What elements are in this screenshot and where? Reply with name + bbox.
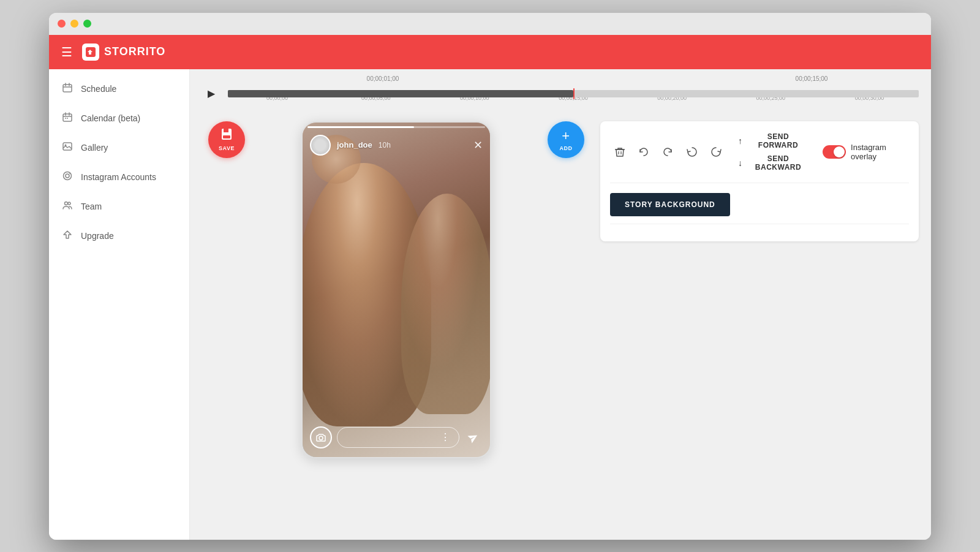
toolbar: ↑ SEND FORWARD ↓ SEND BACKWARD xyxy=(610,131,909,183)
team-icon xyxy=(61,200,74,213)
timeline-marker xyxy=(573,88,575,99)
sidebar-item-calendar[interactable]: Calendar (beta) xyxy=(49,104,189,133)
app-container: ☰ STORRITO xyxy=(49,35,931,540)
title-bar xyxy=(49,13,931,35)
canvas-area: SAVE xyxy=(190,109,931,540)
sidebar-label-gallery: Gallery xyxy=(81,143,108,153)
send-actions: ↑ SEND FORWARD ↓ SEND BACKWARD xyxy=(736,131,813,173)
ig-close-button[interactable]: ✕ xyxy=(473,138,483,152)
svg-point-10 xyxy=(67,118,68,119)
svg-rect-1 xyxy=(63,85,72,92)
toggle-knob xyxy=(834,146,845,157)
instagram-accounts-icon xyxy=(61,171,74,183)
sidebar-label-schedule: Schedule xyxy=(81,84,116,94)
send-backward-arrow: ↓ xyxy=(738,158,743,168)
send-backward-button[interactable]: ↓ SEND BACKWARD xyxy=(736,153,813,173)
gallery-icon xyxy=(61,142,74,154)
overlay-toggle-label: Instagram overlay xyxy=(851,143,909,161)
refresh-button[interactable] xyxy=(682,142,701,162)
timeline-label-mid xyxy=(490,75,704,82)
timeline-controls: ▶ 00;00;00 00;00;05;00 00;00;10;00 00;00… xyxy=(202,85,919,103)
phone-mockup: john_doe 10h ✕ xyxy=(301,121,491,458)
undo-button[interactable] xyxy=(634,142,653,162)
content-area: 00;00;01;00 00;00;15;00 ▶ 00;00;0 xyxy=(190,69,931,540)
logo-icon xyxy=(82,43,99,61)
ig-camera-button[interactable] xyxy=(310,426,332,448)
upgrade-icon xyxy=(61,230,74,242)
logo-text: STORRITO xyxy=(104,45,165,58)
sidebar-item-gallery[interactable]: Gallery xyxy=(49,133,189,162)
timeline: 00;00;01;00 00;00;15;00 ▶ 00;00;0 xyxy=(190,69,931,109)
story-background-button[interactable]: STORY BACKGROUND xyxy=(610,193,730,216)
save-icon xyxy=(220,127,233,144)
svg-rect-19 xyxy=(224,129,228,132)
ig-progress-bar xyxy=(307,126,485,128)
sidebar-item-instagram-accounts[interactable]: Instagram Accounts xyxy=(49,162,189,192)
main-layout: Schedule Calendar (beta) xyxy=(49,69,931,540)
traffic-lights xyxy=(58,20,91,28)
svg-point-21 xyxy=(319,436,323,440)
svg-point-17 xyxy=(68,202,70,205)
close-button[interactable] xyxy=(58,20,66,28)
calendar-icon xyxy=(61,112,74,124)
sidebar-label-calendar: Calendar (beta) xyxy=(81,113,140,123)
timeline-track xyxy=(228,90,919,97)
svg-point-15 xyxy=(69,173,70,174)
sidebar-item-upgrade[interactable]: Upgrade xyxy=(49,221,189,251)
sidebar-label-upgrade: Upgrade xyxy=(81,231,114,241)
schedule-icon xyxy=(61,83,74,95)
add-label: ADD xyxy=(560,145,573,151)
story-canvas: SAVE xyxy=(202,109,590,527)
send-forward-button[interactable]: ↑ SEND FORWARD xyxy=(736,131,813,151)
story-background xyxy=(303,123,490,457)
overlay-toggle: Instagram overlay xyxy=(823,143,910,161)
rotate-button[interactable] xyxy=(707,142,726,162)
save-label: SAVE xyxy=(219,145,235,151)
timeline-label-15: 00;00;15;00 xyxy=(704,75,919,82)
app-header: ☰ STORRITO xyxy=(49,35,931,69)
svg-rect-20 xyxy=(223,135,230,138)
instagram-overlay-toggle[interactable] xyxy=(823,145,846,159)
story-background-label: STORY BACKGROUND xyxy=(625,200,715,209)
ig-time-ago: 10h xyxy=(379,141,391,149)
add-button[interactable]: + ADD xyxy=(548,121,584,158)
svg-point-16 xyxy=(65,202,68,205)
mac-window: ☰ STORRITO xyxy=(49,13,931,540)
ig-menu-dots: ⋮ xyxy=(440,431,450,443)
timeline-labels: 00;00;01;00 00;00;15;00 xyxy=(227,75,919,82)
sidebar-item-team[interactable]: Team xyxy=(49,192,189,221)
minimize-button[interactable] xyxy=(70,20,78,28)
svg-point-14 xyxy=(66,174,69,178)
play-button[interactable]: ▶ xyxy=(202,85,221,103)
ig-username: john_doe xyxy=(337,140,372,149)
redo-button[interactable] xyxy=(658,142,677,162)
send-forward-arrow: ↑ xyxy=(738,136,743,146)
timeline-filled xyxy=(228,90,573,97)
sidebar-label-instagram-accounts: Instagram Accounts xyxy=(81,172,156,182)
right-panel: ↑ SEND FORWARD ↓ SEND BACKWARD xyxy=(600,121,919,241)
delete-button[interactable] xyxy=(610,142,629,162)
ig-header: john_doe 10h ✕ xyxy=(303,123,490,161)
ig-reply-input[interactable]: ⋮ xyxy=(337,427,459,448)
sidebar-item-schedule[interactable]: Schedule xyxy=(49,74,189,104)
send-forward-label: SEND FORWARD xyxy=(746,132,810,149)
hamburger-icon[interactable]: ☰ xyxy=(61,45,72,59)
svg-point-9 xyxy=(65,118,66,119)
timeline-bar[interactable]: 00;00;00 00;00;05;00 00;00;10;00 00;00;1… xyxy=(228,85,919,102)
app-logo: STORRITO xyxy=(82,43,165,61)
sidebar-label-team: Team xyxy=(81,202,102,211)
save-button[interactable]: SAVE xyxy=(208,121,245,158)
ig-progress-fill xyxy=(307,126,414,128)
ig-footer: ⋮ xyxy=(303,420,490,457)
add-icon: + xyxy=(562,128,570,144)
timeline-label-start: 00;00;01;00 xyxy=(276,75,490,82)
maximize-button[interactable] xyxy=(83,20,91,28)
panel-divider xyxy=(610,224,909,224)
sidebar: Schedule Calendar (beta) xyxy=(49,69,190,540)
send-backward-label: SEND BACKWARD xyxy=(746,154,810,172)
ig-avatar xyxy=(310,135,331,156)
ig-send-button[interactable] xyxy=(461,425,486,450)
